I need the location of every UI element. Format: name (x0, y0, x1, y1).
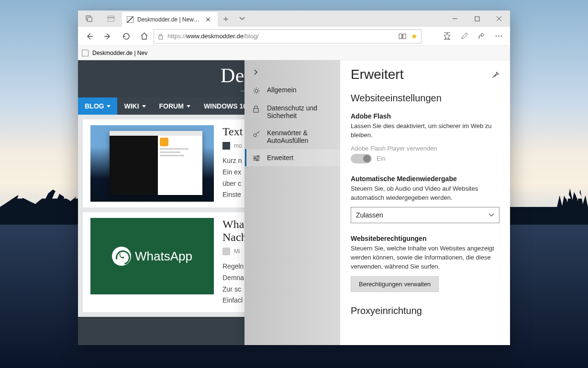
author-avatar (222, 142, 230, 150)
settings-pane-advanced: Erweitert Websiteeinstellungen Adobe Fla… (340, 60, 510, 345)
browser-tab[interactable]: Deskmodder.de | News, … ✕ (122, 11, 218, 27)
flash-toggle-label: Adobe Flash Player verwenden (351, 145, 499, 152)
settings-nav-general[interactable]: Allgemein (245, 81, 340, 99)
svg-point-10 (498, 35, 499, 36)
url-input[interactable]: https://www.deskmodder.de/blog/ ★ (154, 29, 422, 43)
tabs-aside-button[interactable] (78, 11, 100, 27)
section-website-settings: Websiteeinstellungen (351, 93, 499, 104)
url-protocol: https:// (167, 32, 186, 40)
nav-wiki[interactable]: WIKI (117, 97, 152, 115)
favorite-item[interactable]: Deskmodder.de | Nev (92, 50, 147, 56)
author-name: mo (234, 142, 242, 149)
settings-nav-passwords[interactable]: Kennwörter & AutoAusfüllen (245, 124, 340, 149)
permissions-description: Steuern Sie, welche Inhalte von Websites… (351, 244, 499, 271)
favorite-item-icon (82, 50, 89, 56)
notes-button[interactable] (455, 28, 473, 45)
sliders-icon (253, 155, 261, 162)
new-tab-button[interactable]: ＋ (218, 11, 234, 27)
flash-toggle-state: Ein (377, 155, 386, 162)
article-excerpt: Regeln Demna Zur sc Einfacl (222, 261, 247, 306)
chevron-down-icon (488, 213, 494, 217)
flash-heading: Adobe Flash (351, 112, 499, 120)
tab-title: Deskmodder.de | News, … (137, 16, 200, 23)
svg-rect-13 (254, 108, 258, 112)
thumbnail-text: WhatsApp (135, 249, 192, 264)
share-button[interactable] (473, 28, 490, 45)
manage-permissions-button[interactable]: Berechtigungen verwalten (351, 276, 439, 292)
svg-rect-20 (256, 160, 258, 161)
url-host: www.deskmodder.de (186, 32, 244, 40)
back-button[interactable] (81, 28, 98, 45)
tab-favicon (127, 16, 133, 23)
forward-button[interactable] (99, 28, 116, 45)
home-button[interactable] (135, 28, 153, 45)
article-excerpt: Kurz n Ein ex über c Einste (222, 155, 243, 201)
lock-icon (253, 105, 261, 113)
more-button[interactable] (490, 28, 507, 45)
svg-point-12 (255, 89, 258, 92)
caret-down-icon (107, 105, 111, 108)
flash-toggle[interactable]: Ein (351, 154, 499, 163)
url-path: /blog/ (244, 32, 259, 40)
window-maximize-button[interactable] (466, 11, 488, 27)
favorites-bar: Deskmodder.de | Nev (78, 46, 510, 60)
wallpaper-treeline-right (502, 172, 588, 230)
settings-back-button[interactable] (245, 63, 340, 81)
flash-description: Lassen Sie dies deaktiviert, um sicherer… (351, 122, 499, 140)
article-title: Text (222, 125, 243, 138)
titlebar: Deskmodder.de | News, … ✕ ＋ (78, 11, 510, 27)
refresh-button[interactable] (117, 28, 134, 45)
section-proxy: Proxyeinrichtung (351, 305, 499, 316)
nav-blog[interactable]: BLOG (78, 97, 117, 115)
reading-view-icon[interactable] (399, 33, 406, 40)
svg-rect-19 (254, 158, 255, 159)
pin-button[interactable] (492, 71, 499, 78)
article-title: What Nach (222, 218, 247, 244)
permissions-heading: Websiteberechtigungen (351, 235, 499, 242)
media-heading: Automatische Medienwiedergabe (351, 175, 499, 183)
address-bar: https://www.deskmodder.de/blog/ ★ (78, 27, 510, 46)
svg-point-11 (500, 35, 501, 36)
favorites-hub-button[interactable] (438, 28, 455, 45)
article-thumbnail: WhatsApp (90, 218, 214, 294)
content-area: Deskmodder.de ✎ News, Tipps und Hilfe BL… (78, 60, 510, 345)
pane-title: Erweitert (351, 67, 403, 82)
favorite-star-icon[interactable]: ★ (411, 32, 417, 41)
nav-forum[interactable]: FORUM (153, 97, 197, 115)
settings-nav-advanced[interactable]: Erweitert (245, 149, 340, 166)
svg-rect-1 (88, 17, 92, 22)
settings-nav: Allgemein Datenschutz und Sicherheit Ken… (244, 60, 340, 345)
whatsapp-icon (112, 247, 131, 266)
author-avatar (222, 248, 230, 255)
window-minimize-button[interactable] (444, 11, 466, 27)
tab-close-button[interactable]: ✕ (203, 15, 213, 24)
window-close-button[interactable] (488, 11, 510, 27)
browser-window: Deskmodder.de | News, … ✕ ＋ (78, 11, 510, 345)
svg-rect-2 (108, 16, 114, 22)
svg-rect-18 (257, 156, 259, 157)
gear-icon (253, 87, 261, 95)
lock-icon (158, 33, 164, 40)
svg-rect-6 (159, 36, 163, 39)
tabs-preview-button[interactable] (100, 11, 122, 27)
tab-list-dropdown[interactable] (234, 11, 250, 27)
media-autoplay-select[interactable]: Zulassen (351, 207, 499, 223)
author-name: Mi (234, 248, 240, 255)
article-thumbnail (90, 125, 214, 202)
key-icon (253, 130, 261, 138)
svg-rect-5 (475, 17, 479, 21)
settings-nav-privacy[interactable]: Datenschutz und Sicherheit (245, 99, 340, 124)
svg-point-9 (495, 35, 496, 36)
settings-flyout: Allgemein Datenschutz und Sicherheit Ken… (244, 60, 510, 345)
media-description: Steuern Sie, ob Audio und Video auf Webs… (351, 184, 499, 203)
